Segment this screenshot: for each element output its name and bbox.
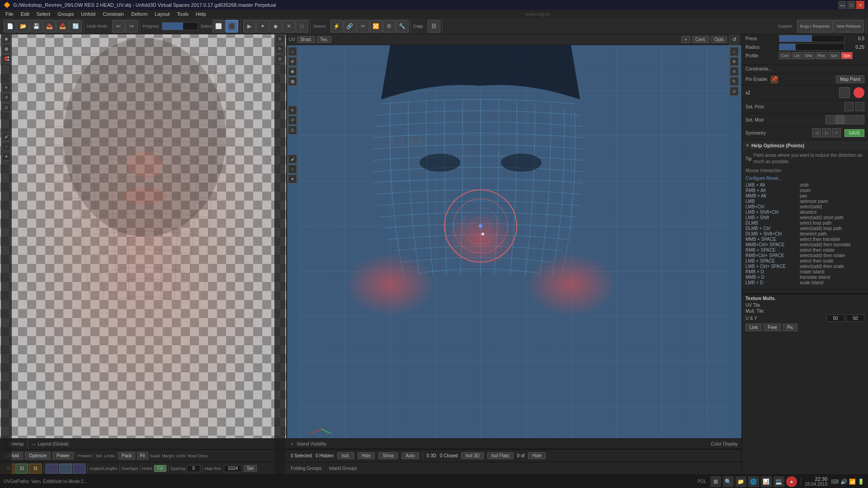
map-paint-button[interactable]: Map Paint <box>836 75 864 83</box>
undo-button[interactable]: ↩ <box>112 20 125 33</box>
u-input[interactable] <box>826 314 844 322</box>
link-button[interactable]: Link <box>745 324 762 331</box>
icon-btn-red[interactable] <box>854 87 864 98</box>
uv-move-icon[interactable]: ✛ <box>288 106 297 115</box>
plus-button-uv[interactable]: + <box>681 36 690 43</box>
seam-2[interactable]: 🔗 <box>344 20 356 33</box>
menu-help[interactable]: Help <box>192 10 210 18</box>
mod-icon-4[interactable] <box>855 115 864 124</box>
nav-icon-circle[interactable]: ◎ <box>275 54 284 63</box>
uv-home-icon[interactable]: ⌂ <box>288 47 297 56</box>
uv-scale-icon[interactable]: ⊡ <box>288 126 297 135</box>
icon-btn-1[interactable] <box>839 87 850 98</box>
save-btn[interactable]: SAVE <box>844 129 864 137</box>
rotate-uv-button[interactable]: ↺ <box>729 34 740 45</box>
sym-plus[interactable]: + <box>832 128 841 137</box>
mod-icon-3[interactable] <box>845 115 854 124</box>
uv-nav-circle[interactable]: ◎ <box>730 87 739 96</box>
help-optimize-header[interactable]: ▼ Help Optimize (Points) <box>742 141 868 150</box>
close-button[interactable]: ✕ <box>856 1 864 9</box>
save-button[interactable]: 💾 <box>30 20 42 33</box>
menu-select[interactable]: Select <box>33 10 54 18</box>
power-button[interactable]: Power <box>52 452 73 460</box>
isol3d-button[interactable]: Isol 3D <box>461 452 483 459</box>
taskbar-app3[interactable]: ● <box>786 476 797 487</box>
uv-rotate-icon[interactable]: ↺ <box>288 116 297 125</box>
uv-nav-rot[interactable]: ↻ <box>730 77 739 86</box>
mod-icon-2[interactable] <box>835 115 844 124</box>
seam-6[interactable]: 🔧 <box>396 20 409 33</box>
menu-edit[interactable]: Edit <box>17 10 33 18</box>
pin-icon[interactable]: 📌 <box>771 76 778 83</box>
profile-lin[interactable]: Lin <box>792 52 802 59</box>
profile-roo[interactable]: Roo <box>816 52 828 59</box>
press-slider[interactable] <box>779 35 844 42</box>
fit-button[interactable]: Fit <box>137 452 148 460</box>
configure-reset-link[interactable]: Configure Reset... <box>745 176 864 181</box>
fill-icon-3[interactable] <box>73 464 85 474</box>
tool-5-button[interactable]: □ <box>296 20 308 33</box>
maximize-button[interactable]: □ <box>847 1 855 9</box>
texture-uv-button[interactable]: Tex. <box>317 36 331 43</box>
uv-nav-minus[interactable]: ⊖ <box>730 67 739 76</box>
bugs-button[interactable]: Bugs | Requests <box>797 20 833 33</box>
pack-icon-3[interactable]: ⊟ <box>29 464 42 474</box>
import-button[interactable]: 📥 <box>56 20 69 33</box>
auto-button[interactable]: Auto <box>401 452 419 459</box>
taskbar-files[interactable]: 📁 <box>736 476 746 487</box>
set-button[interactable]: Set <box>244 465 257 472</box>
y-input[interactable] <box>846 314 864 322</box>
profile-spe1[interactable]: Spe <box>828 52 840 59</box>
seam-1[interactable]: ⚡ <box>330 20 343 33</box>
sym-left[interactable]: ◁ <box>812 128 821 137</box>
fill-button[interactable]: Fill <box>154 465 166 472</box>
hide-button[interactable]: Hide <box>358 452 375 459</box>
uv-circle-icon[interactable]: ○ <box>288 164 297 174</box>
sym-right[interactable]: ▷ <box>822 128 831 137</box>
select-mode-button[interactable]: ⬛ <box>226 20 238 33</box>
show-button[interactable]: Show <box>378 452 398 459</box>
menu-file[interactable]: File <box>2 10 17 18</box>
refresh-button[interactable]: 🔄 <box>69 20 82 33</box>
uv-checker-icon[interactable]: ▦ <box>288 77 297 86</box>
minimize-button[interactable]: — <box>838 1 846 9</box>
isol-button[interactable]: Isol. <box>337 452 354 459</box>
menu-tools[interactable]: Tools <box>173 10 192 18</box>
tool-3-button[interactable]: ◆ <box>269 20 282 33</box>
taskbar-search[interactable]: 🔍 <box>723 476 734 487</box>
view-icon-checker[interactable]: ▦ <box>2 44 11 53</box>
profile-spe2[interactable]: Spe <box>841 52 853 59</box>
spacing-input[interactable] <box>187 465 200 472</box>
taskbar-app1[interactable]: 📊 <box>761 476 772 487</box>
seam-4[interactable]: 🔀 <box>370 20 382 33</box>
menu-unfold[interactable]: Unfold <box>77 10 99 18</box>
seam-5[interactable]: ⚙ <box>383 20 396 33</box>
pack-button[interactable]: Pack <box>118 452 135 460</box>
prim-icon-1[interactable] <box>844 102 854 111</box>
isolflats-button[interactable]: Isol Flats <box>487 452 514 459</box>
uv-dot-icon[interactable]: ● <box>288 174 297 183</box>
nav-icon-rot[interactable]: ↻ <box>275 44 284 53</box>
taskbar-app2[interactable]: 💻 <box>774 476 784 487</box>
view-icon-sphere[interactable]: ◉ <box>2 34 11 43</box>
radius-slider[interactable] <box>779 43 844 51</box>
select-all-button[interactable]: ⬜ <box>212 20 225 33</box>
uv-grid-icon[interactable]: ⊞ <box>288 57 297 66</box>
menu-constrain[interactable]: Constrain <box>99 10 127 18</box>
uv-nav-fit[interactable]: ⊕ <box>730 57 739 66</box>
optimize-button[interactable]: Optimize <box>25 452 51 460</box>
pic-button[interactable]: Pic <box>783 324 797 331</box>
uv-paint-icon[interactable]: 🖌 <box>288 155 297 164</box>
tool-4-button[interactable]: ✕ <box>283 20 295 33</box>
taskbar-browser[interactable]: 🌐 <box>748 476 759 487</box>
view-icon-scale[interactable]: ⊡ <box>2 103 11 112</box>
open-button[interactable]: 📂 <box>17 20 29 33</box>
constrain-button[interactable]: ⛓ <box>428 20 440 33</box>
taskbar-start[interactable]: ⊞ <box>710 476 721 487</box>
view-icon-paint[interactable]: 🖌 <box>2 132 11 141</box>
mod-icon-1[interactable] <box>826 115 835 124</box>
hide2-button[interactable]: Hide <box>528 452 546 459</box>
nav-icon-zoom-out[interactable]: ⊖ <box>275 34 284 43</box>
pack-icon-2[interactable]: ⊡ <box>15 464 28 474</box>
view-icon-rotate[interactable]: ↺ <box>2 93 11 102</box>
